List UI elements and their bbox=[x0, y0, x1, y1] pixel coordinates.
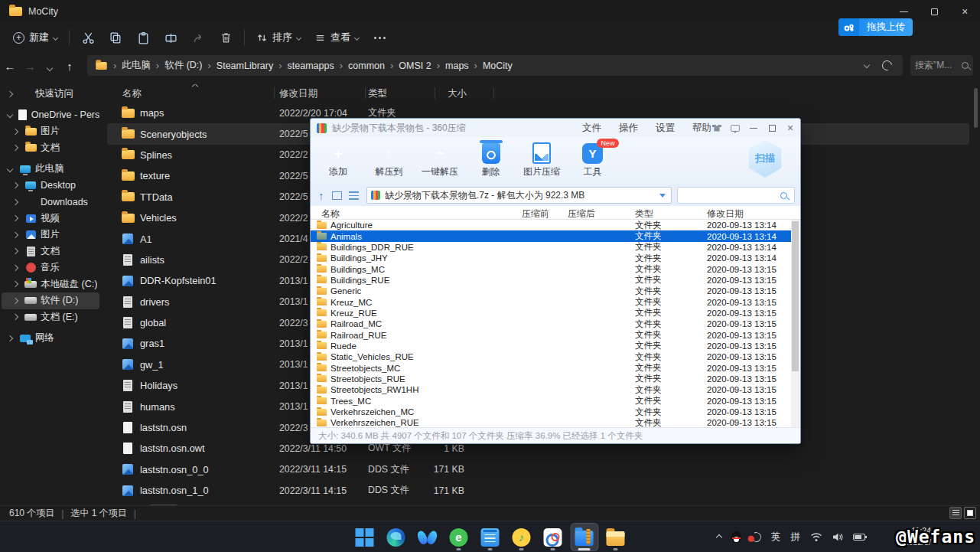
sidebar-item[interactable]: 文档 (E:) bbox=[2, 309, 99, 326]
forward-button[interactable]: → bbox=[20, 60, 40, 73]
skin-button[interactable] bbox=[711, 122, 722, 133]
up-button[interactable]: ↑ bbox=[60, 60, 80, 73]
zip-toolbar-button[interactable]: 解压到 bbox=[366, 139, 413, 183]
search-input[interactable]: 搜索"M... bbox=[910, 55, 973, 76]
battery-icon[interactable] bbox=[853, 534, 865, 541]
zip-maximize-button[interactable] bbox=[767, 122, 777, 133]
address-dropdown-button[interactable] bbox=[864, 62, 870, 68]
refresh-button[interactable] bbox=[880, 58, 894, 72]
breadcrumb-item[interactable]: › 软件 (D:) bbox=[151, 59, 203, 72]
paste-button[interactable] bbox=[129, 26, 157, 49]
zip-file-row[interactable]: Streetobjects_RW1HH 文件夹 2020-09-13 13:15 bbox=[311, 384, 791, 395]
column-size[interactable]: 大小 bbox=[448, 87, 467, 100]
zip-file-row[interactable]: Kreuz_RUE 文件夹 2020-09-13 13:15 bbox=[311, 308, 791, 318]
scrollbar-thumb[interactable] bbox=[974, 88, 978, 128]
column-date[interactable]: 修改日期 bbox=[279, 87, 317, 100]
sidebar-item[interactable]: Downloads bbox=[2, 194, 99, 211]
zip-toolbar-button[interactable]: 图片压缩 bbox=[518, 139, 565, 183]
sidebar-item[interactable]: 文档 bbox=[2, 243, 99, 260]
rename-button[interactable] bbox=[157, 26, 184, 49]
copy-button[interactable] bbox=[102, 26, 129, 49]
zip-column-packed-before[interactable]: 压缩前 bbox=[511, 207, 549, 220]
vertical-scrollbar[interactable] bbox=[974, 86, 978, 502]
restore-button[interactable] bbox=[919, 0, 949, 23]
taskbar-app-button[interactable] bbox=[444, 523, 473, 551]
taskbar-app-button[interactable] bbox=[539, 523, 567, 551]
zip-column-packed-after[interactable]: 压缩后 bbox=[557, 207, 595, 220]
zip-file-row[interactable]: Buildings_MC 文件夹 2020-09-13 13:15 bbox=[311, 263, 791, 274]
breadcrumb[interactable]: › 此电脑 › 软件 (D:) › SteamLibrary bbox=[87, 55, 903, 76]
taskbar-app-button[interactable] bbox=[413, 523, 441, 551]
zip-file-row[interactable]: Railroad_MC 文件夹 2020-09-13 13:15 bbox=[311, 318, 791, 329]
ime-language-button[interactable]: 英 bbox=[771, 531, 781, 544]
zip-toolbar-button[interactable]: 删除 bbox=[467, 139, 515, 183]
taskbar-app-button[interactable] bbox=[570, 523, 598, 551]
zip-toolbar-button[interactable]: 一键解压 bbox=[416, 139, 464, 183]
sidebar-item[interactable]: 本地磁盘 (C:) bbox=[2, 276, 99, 293]
ime-pinyin-button[interactable]: 拼 bbox=[791, 531, 801, 544]
zip-file-row[interactable]: Agriculture 文件夹 2020-09-13 13:14 bbox=[311, 220, 791, 230]
zip-file-row[interactable]: Buildings_RUE 文件夹 2020-09-13 13:15 bbox=[311, 275, 791, 286]
sidebar-item[interactable]: 文档 bbox=[2, 140, 99, 157]
breadcrumb-item[interactable]: › maps bbox=[431, 60, 469, 71]
view-button[interactable]: 查看 bbox=[308, 27, 366, 48]
feedback-button[interactable] bbox=[730, 122, 741, 133]
file-row[interactable]: laststn.osn_1_0 2022/3/11 14:15 DDS 文件 1… bbox=[107, 480, 969, 501]
taskbar-app-button[interactable] bbox=[350, 523, 379, 551]
recent-locations-button[interactable] bbox=[40, 60, 60, 73]
zip-file-row[interactable]: Kreuz_MC 文件夹 2020-09-13 13:15 bbox=[311, 296, 791, 307]
zip-file-row[interactable]: Buildings_DDR_RUE 文件夹 2020-09-13 13:14 bbox=[311, 242, 791, 253]
wifi-icon[interactable] bbox=[810, 532, 822, 542]
delete-button[interactable] bbox=[212, 26, 239, 49]
taskbar-app-button[interactable] bbox=[476, 523, 504, 551]
zip-file-row[interactable]: Trees_MC 文件夹 2020-09-13 13:15 bbox=[311, 396, 791, 407]
zip-column-name[interactable]: 名称 bbox=[321, 207, 340, 220]
volume-icon[interactable] bbox=[832, 532, 843, 542]
zip-toolbar-button[interactable]: New 工具 bbox=[569, 139, 617, 183]
taskbar-app-button[interactable] bbox=[507, 523, 536, 551]
sidebar-item[interactable]: OneDrive - Persona bbox=[2, 107, 99, 124]
sidebar-item[interactable]: 图片 bbox=[2, 123, 99, 140]
zip-file-row[interactable]: Verkehrszeichen_MC 文件夹 2020-09-13 13:15 bbox=[311, 407, 791, 417]
details-view-toggle[interactable] bbox=[949, 507, 962, 519]
zip-close-button[interactable]: × bbox=[785, 122, 796, 133]
menu-item[interactable]: 设置 bbox=[653, 122, 677, 135]
qq-tray-icon[interactable] bbox=[731, 531, 741, 543]
sync-tray-icon[interactable] bbox=[750, 531, 763, 544]
zip-column-date[interactable]: 修改日期 bbox=[707, 207, 744, 220]
zip-file-row[interactable]: Animals 文件夹 2020-09-13 13:14 bbox=[311, 230, 791, 241]
zip-column-type[interactable]: 类型 bbox=[635, 207, 653, 220]
zip-scrollbar[interactable] bbox=[791, 220, 799, 429]
breadcrumb-item[interactable]: › 此电脑 bbox=[108, 59, 151, 72]
sidebar-item[interactable]: 软件 (D:) bbox=[2, 292, 99, 309]
up-level-button[interactable]: ↑ bbox=[318, 189, 324, 202]
menu-item[interactable]: 帮助 bbox=[690, 122, 714, 135]
large-icons-view-toggle[interactable] bbox=[964, 507, 976, 519]
archive-path-combobox[interactable]: 缺少景物下载本景物包.7z - 解包大小为 922.3 MB bbox=[366, 187, 672, 204]
netdisk-upload-button[interactable]: 拖拽上传 bbox=[838, 18, 913, 36]
close-button[interactable]: × bbox=[949, 0, 980, 23]
column-name[interactable]: 名称 bbox=[122, 87, 142, 100]
icon-view-button[interactable] bbox=[332, 191, 342, 200]
more-button[interactable] bbox=[366, 26, 393, 49]
zip-search-input[interactable] bbox=[677, 187, 795, 204]
back-button[interactable]: ← bbox=[0, 60, 20, 73]
breadcrumb-item[interactable]: › SteamLibrary bbox=[203, 60, 274, 71]
sort-button[interactable]: 排序 bbox=[249, 27, 308, 48]
breadcrumb-item[interactable]: › steamapps bbox=[273, 60, 334, 71]
sidebar-item[interactable]: Desktop bbox=[2, 178, 99, 194]
share-button[interactable] bbox=[184, 26, 212, 49]
menu-item[interactable]: 文件 bbox=[580, 122, 604, 135]
breadcrumb-item[interactable]: › common bbox=[334, 60, 385, 71]
zip-minimize-button[interactable] bbox=[748, 122, 759, 133]
file-row[interactable]: laststn.osn_0_0 2022/3/11 14:15 DDS 文件 1… bbox=[107, 459, 969, 480]
zip-file-row[interactable]: Buildings_JHY 文件夹 2020-09-13 13:14 bbox=[311, 253, 791, 263]
zip-file-row[interactable]: Generic 文件夹 2020-09-13 13:15 bbox=[311, 286, 791, 296]
taskbar-app-button[interactable] bbox=[382, 523, 410, 551]
zip-toolbar-button[interactable]: 添加 bbox=[314, 139, 362, 183]
breadcrumb-item[interactable]: › MoCity bbox=[469, 60, 513, 71]
sidebar-item[interactable]: 网络 bbox=[2, 330, 99, 347]
sidebar-item[interactable]: 图片 bbox=[2, 227, 99, 243]
tray-overflow-button[interactable] bbox=[716, 534, 722, 540]
zip-file-row[interactable]: Streetobjects_RUE 文件夹 2020-09-13 13:15 bbox=[311, 374, 791, 384]
